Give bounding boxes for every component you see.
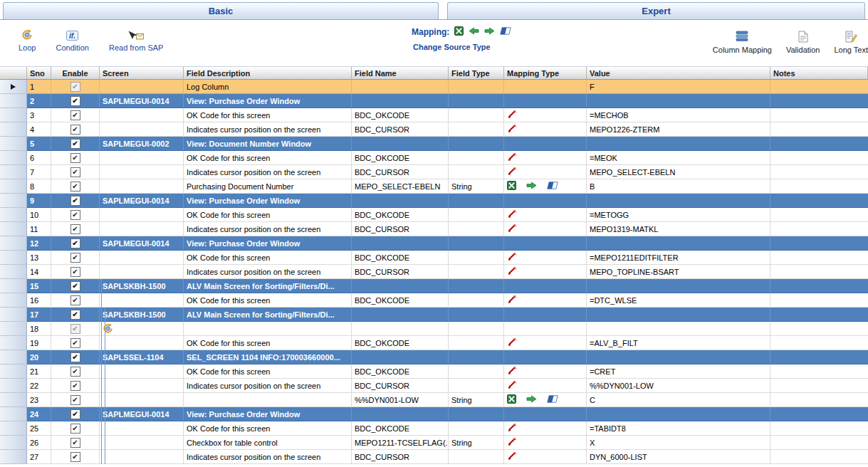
cell-value[interactable]: =MEPO1211EDITFILTER: [587, 251, 770, 265]
unmapped-icon[interactable]: [507, 152, 517, 163]
enable-checkbox[interactable]: [70, 224, 80, 234]
enable-checkbox[interactable]: [70, 253, 80, 263]
cell-value[interactable]: X: [587, 436, 770, 450]
condition-button[interactable]: if. Condition: [56, 26, 88, 52]
unmapped-icon[interactable]: [507, 224, 517, 234]
row-selector[interactable]: [0, 308, 27, 322]
enable-checkbox[interactable]: [70, 295, 80, 305]
col-header-notes[interactable]: Notes: [770, 67, 868, 80]
excel-source-icon[interactable]: [507, 394, 516, 405]
unmapped-icon[interactable]: [507, 266, 517, 277]
row-selector[interactable]: [0, 165, 27, 179]
column-mapping-button[interactable]: Column Mapping: [713, 28, 772, 54]
enable-checkbox[interactable]: [70, 139, 80, 149]
enable-checkbox[interactable]: [70, 267, 80, 277]
tab-expert[interactable]: Expert: [447, 2, 865, 19]
row-selector[interactable]: [0, 336, 27, 350]
cell-notes[interactable]: [770, 151, 868, 165]
enable-checkbox[interactable]: [70, 96, 80, 106]
enable-checkbox[interactable]: [70, 182, 80, 191]
col-header-mapping-type[interactable]: Mapping Type: [504, 67, 587, 80]
cell-value[interactable]: =CRET: [587, 364, 770, 379]
row-selector[interactable]: [0, 236, 27, 251]
cell-notes[interactable]: [770, 421, 868, 436]
excel-source-icon[interactable]: [507, 181, 516, 191]
cell-notes[interactable]: [770, 137, 868, 151]
row-selector[interactable]: [0, 222, 27, 236]
sap-target-icon[interactable]: [547, 395, 558, 404]
enable-checkbox[interactable]: [70, 352, 80, 362]
enable-checkbox[interactable]: [70, 338, 80, 348]
cell-value[interactable]: MEPO_TOPLINE-BSART: [587, 265, 770, 279]
cell-notes[interactable]: [770, 108, 868, 122]
unmapped-icon[interactable]: [507, 209, 517, 220]
col-header-sno[interactable]: Sno: [27, 67, 51, 80]
cell-value[interactable]: =MECHOB: [587, 108, 770, 122]
enable-checkbox[interactable]: [70, 110, 80, 120]
cell-value[interactable]: [587, 308, 770, 322]
unmapped-icon[interactable]: [507, 423, 517, 434]
unmapped-icon[interactable]: [507, 252, 517, 263]
enable-checkbox[interactable]: [70, 324, 80, 334]
cell-notes[interactable]: [770, 436, 868, 450]
unmapped-icon[interactable]: [507, 110, 517, 120]
row-selector[interactable]: [0, 122, 27, 137]
cell-notes[interactable]: [770, 194, 868, 208]
tab-basic[interactable]: Basic: [3, 2, 439, 19]
long-text-button[interactable]: Long Text: [834, 28, 868, 54]
select-all-corner[interactable]: [0, 67, 27, 80]
row-selector[interactable]: [0, 379, 27, 393]
row-selector[interactable]: [0, 350, 27, 364]
enable-checkbox[interactable]: [70, 153, 80, 163]
enable-checkbox[interactable]: [70, 196, 80, 206]
unmapped-icon[interactable]: [507, 337, 517, 348]
row-selector[interactable]: [0, 436, 27, 450]
cell-notes[interactable]: [770, 336, 868, 350]
unmapped-icon[interactable]: [507, 437, 517, 448]
cell-value[interactable]: MEPO1319-MATKL: [587, 222, 770, 236]
unmapped-icon[interactable]: [507, 295, 517, 305]
cell-value[interactable]: DYN_6000-LIST: [587, 450, 770, 464]
col-header-field-type[interactable]: Field Type: [449, 67, 504, 80]
cell-notes[interactable]: [770, 308, 868, 322]
unmapped-icon[interactable]: [507, 167, 517, 177]
enable-checkbox[interactable]: [70, 438, 80, 448]
enable-checkbox[interactable]: [70, 367, 80, 377]
cell-value[interactable]: [587, 137, 770, 151]
sap-target-icon[interactable]: [547, 182, 558, 191]
col-header-value[interactable]: Value: [587, 67, 770, 80]
change-source-type-link[interactable]: Change Source Type: [413, 43, 511, 51]
row-selector[interactable]: [0, 194, 27, 208]
read-from-sap-button[interactable]: Read from SAP: [109, 26, 163, 52]
cell-value[interactable]: [587, 407, 770, 421]
row-selector[interactable]: [0, 450, 27, 464]
row-selector[interactable]: [0, 293, 27, 308]
cell-value[interactable]: [587, 236, 770, 251]
cell-value[interactable]: MEPO_SELECT-EBELN: [587, 165, 770, 179]
cell-notes[interactable]: [770, 222, 868, 236]
row-selector[interactable]: [0, 407, 27, 421]
col-header-field-description[interactable]: Field Description: [184, 67, 352, 80]
row-selector[interactable]: [0, 108, 27, 122]
unmapped-icon[interactable]: [507, 380, 517, 391]
cell-value[interactable]: C: [587, 393, 770, 407]
cell-notes[interactable]: [770, 279, 868, 293]
cell-value[interactable]: [587, 94, 770, 108]
row-selector[interactable]: [0, 279, 27, 293]
unmapped-icon[interactable]: [507, 451, 517, 462]
cell-notes[interactable]: [770, 208, 868, 222]
cell-notes[interactable]: [770, 165, 868, 179]
enable-checkbox[interactable]: [70, 310, 80, 320]
cell-value[interactable]: [587, 279, 770, 293]
cell-value[interactable]: B: [587, 179, 770, 194]
cell-notes[interactable]: [770, 80, 868, 94]
row-selector[interactable]: [0, 421, 27, 436]
col-header-field-name[interactable]: Field Name: [352, 67, 449, 80]
cell-notes[interactable]: [770, 251, 868, 265]
map-arrow-icon[interactable]: [526, 182, 537, 191]
cell-notes[interactable]: [770, 236, 868, 251]
enable-checkbox[interactable]: [70, 424, 80, 434]
cell-value[interactable]: =METOGG: [587, 208, 770, 222]
cell-notes[interactable]: [770, 350, 868, 364]
enable-checkbox[interactable]: [70, 409, 80, 419]
